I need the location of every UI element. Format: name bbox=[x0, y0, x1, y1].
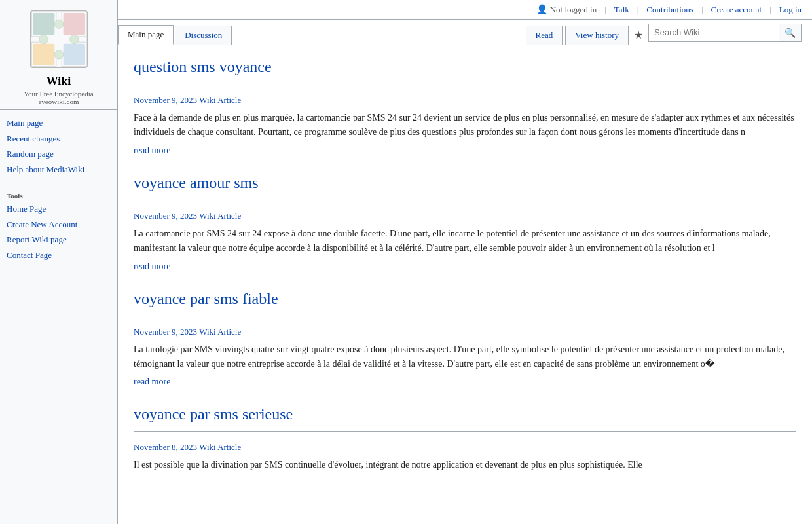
svg-rect-3 bbox=[63, 44, 84, 66]
not-logged-in-label: 👤 Not logged in bbox=[536, 4, 597, 15]
svg-rect-2 bbox=[33, 44, 54, 66]
sidebar-item-report-wiki-page[interactable]: Report Wiki page bbox=[0, 232, 117, 248]
contributions-link[interactable]: Contributions bbox=[646, 5, 693, 15]
article-divider-1 bbox=[134, 84, 796, 84]
svg-point-6 bbox=[54, 50, 63, 59]
log-in-link[interactable]: Log in bbox=[779, 5, 802, 15]
sidebar-item-main-page[interactable]: Main page bbox=[0, 115, 117, 131]
sidebar-item-contact-page[interactable]: Contact Page bbox=[0, 248, 117, 263]
search-form: 🔍 bbox=[648, 24, 802, 42]
sidebar-item-help-mediawiki[interactable]: Help about MediaWiki bbox=[0, 162, 117, 178]
article-section-1: question sms voyance November 9, 2023 Wi… bbox=[134, 58, 796, 159]
article-body-2: La cartomancie par SMS 24 sur 24 expose … bbox=[134, 227, 796, 256]
read-more-3[interactable]: read more bbox=[134, 377, 170, 386]
svg-point-4 bbox=[54, 20, 63, 28]
article-body-4: Il est possible que la divination par SM… bbox=[134, 458, 796, 472]
tabs-right: Read View history ★ 🔍 bbox=[526, 20, 812, 45]
content-area: 👤 Not logged in | Talk | Contributions |… bbox=[118, 0, 812, 524]
sidebar-navigation: Main page Recent changes Random page Hel… bbox=[0, 110, 117, 268]
top-bar-links: 👤 Not logged in | Talk | Contributions |… bbox=[536, 4, 802, 15]
svg-rect-0 bbox=[33, 13, 54, 35]
article-divider-2 bbox=[134, 200, 796, 200]
article-divider-4 bbox=[134, 431, 796, 432]
search-input[interactable] bbox=[648, 24, 779, 42]
article-meta-2: November 9, 2023 Wiki Article bbox=[134, 211, 796, 221]
article-meta-4: November 8, 2023 Wiki Article bbox=[134, 442, 796, 453]
sidebar-item-random-page[interactable]: Random page bbox=[0, 146, 117, 162]
svg-point-7 bbox=[39, 35, 48, 43]
search-button[interactable]: 🔍 bbox=[779, 24, 802, 42]
create-account-link[interactable]: Create account bbox=[710, 5, 762, 15]
top-bar: 👤 Not logged in | Talk | Contributions |… bbox=[118, 0, 812, 20]
content-header: Main page Discussion Read View history ★… bbox=[118, 20, 812, 45]
sidebar-item-home-page[interactable]: Home Page bbox=[0, 201, 117, 217]
article-section-3: voyance par sms fiable November 9, 2023 … bbox=[134, 290, 796, 390]
svg-point-5 bbox=[69, 35, 78, 43]
sidebar: Wiki Your Free Encyclopedia eveowiki.com… bbox=[0, 0, 118, 524]
main-content: question sms voyance November 9, 2023 Wi… bbox=[118, 45, 812, 524]
article-section-4: voyance par sms serieuse November 8, 202… bbox=[134, 405, 796, 480]
svg-rect-1 bbox=[63, 13, 84, 35]
tab-main-page[interactable]: Main page bbox=[118, 25, 174, 45]
tabs-bar: Main page Discussion Read View history ★… bbox=[118, 20, 812, 45]
wiki-title: Wiki bbox=[5, 75, 112, 88]
wiki-domain: eveowiki.com bbox=[5, 98, 112, 105]
tab-discussion[interactable]: Discussion bbox=[175, 26, 232, 45]
article-section-2: voyance amour sms November 9, 2023 Wiki … bbox=[134, 174, 796, 274]
sidebar-item-recent-changes[interactable]: Recent changes bbox=[0, 131, 117, 147]
tools-section-title: Tools bbox=[0, 188, 117, 201]
article-meta-3: November 9, 2023 Wiki Article bbox=[134, 327, 796, 337]
article-body-1: Face à la demande de plus en plus marqué… bbox=[134, 111, 796, 140]
sidebar-logo: Wiki Your Free Encyclopedia eveowiki.com bbox=[0, 0, 117, 110]
wiki-logo-icon bbox=[26, 7, 92, 72]
article-title-2[interactable]: voyance amour sms bbox=[134, 174, 796, 192]
star-button[interactable]: ★ bbox=[631, 26, 646, 44]
wiki-tagline: Your Free Encyclopedia bbox=[5, 90, 112, 98]
article-meta-1: November 9, 2023 Wiki Article bbox=[134, 95, 796, 105]
tools-section: Tools Home Page Create New Account Repor… bbox=[0, 177, 117, 263]
article-title-1[interactable]: question sms voyance bbox=[134, 58, 796, 76]
article-body-3: La tarologie par SMS vinvingts quatre su… bbox=[134, 343, 796, 372]
read-more-1[interactable]: read more bbox=[134, 145, 170, 155]
article-title-3[interactable]: voyance par sms fiable bbox=[134, 290, 796, 308]
article-divider-3 bbox=[134, 316, 796, 316]
read-more-2[interactable]: read more bbox=[134, 261, 170, 271]
article-title-4[interactable]: voyance par sms serieuse bbox=[134, 405, 796, 423]
tab-view-history[interactable]: View history bbox=[565, 26, 629, 45]
tab-read[interactable]: Read bbox=[526, 26, 563, 45]
tools-divider bbox=[7, 185, 111, 185]
talk-link[interactable]: Talk bbox=[614, 5, 629, 15]
sidebar-item-create-new-account[interactable]: Create New Account bbox=[0, 217, 117, 233]
user-icon: 👤 bbox=[536, 4, 547, 15]
